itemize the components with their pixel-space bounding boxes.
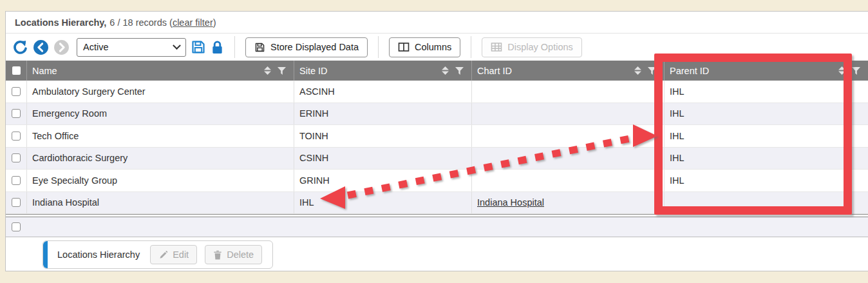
site-id-cell: TOINH bbox=[294, 125, 471, 147]
forward-icon bbox=[53, 39, 70, 55]
chart-id-cell bbox=[471, 103, 664, 125]
sort-icon[interactable] bbox=[264, 66, 271, 75]
sort-icon[interactable] bbox=[442, 66, 449, 75]
table-body: Ambulatory Surgery Center ASCINH IHL Eme… bbox=[6, 81, 868, 214]
column-header-parent-id[interactable]: Parent ID bbox=[664, 61, 868, 81]
row-checkbox-cell bbox=[6, 103, 26, 125]
footer: Locations Hierarchy Edit Delete bbox=[6, 237, 868, 272]
clear-filter-link[interactable]: clear filter bbox=[173, 17, 213, 28]
chart-id-cell bbox=[471, 81, 664, 102]
view-filter-value: Active bbox=[83, 42, 109, 52]
chart-id-cell bbox=[471, 170, 664, 191]
site-id-cell: ASCINH bbox=[294, 81, 471, 102]
filter-icon[interactable] bbox=[278, 67, 286, 75]
sort-icon[interactable] bbox=[634, 66, 641, 75]
name-cell: Ambulatory Surgery Center bbox=[26, 81, 294, 102]
edit-button: Edit bbox=[150, 245, 197, 264]
name-cell: Emergency Room bbox=[26, 103, 294, 125]
table-row[interactable]: Emergency Room ERINH IHL bbox=[6, 103, 868, 126]
table-row[interactable]: Eye Specialty Group GRINH IHL bbox=[6, 170, 868, 192]
parent-id-cell: IHL bbox=[664, 148, 868, 170]
display-options-button: Display Options bbox=[482, 37, 582, 57]
table-row[interactable]: Cardiothoracic Surgery CSINH IHL bbox=[6, 148, 868, 170]
row-checkbox[interactable] bbox=[12, 176, 21, 185]
site-id-cell: CSINH bbox=[294, 148, 471, 170]
filter-row-checkbox[interactable] bbox=[12, 222, 21, 231]
toolbar: Active Store Displayed Data Columns bbox=[6, 34, 868, 61]
row-checkbox-cell bbox=[6, 148, 26, 170]
parent-id-cell: IHL bbox=[664, 81, 868, 102]
edit-label: Edit bbox=[173, 249, 189, 260]
parent-id-cell: IHL bbox=[664, 125, 868, 147]
page-title: Locations Hierarchy, bbox=[15, 17, 106, 28]
name-cell: Eye Specialty Group bbox=[26, 170, 294, 191]
site-id-cell: ERINH bbox=[294, 103, 471, 125]
column-label: Chart ID bbox=[477, 66, 634, 76]
column-label: Parent ID bbox=[670, 66, 838, 76]
display-options-label: Display Options bbox=[507, 42, 573, 52]
parent-id-cell: IHL bbox=[664, 170, 868, 191]
row-checkbox[interactable] bbox=[12, 109, 21, 118]
toolbar-divider bbox=[471, 36, 471, 58]
store-displayed-data-button[interactable]: Store Displayed Data bbox=[245, 37, 368, 57]
column-header-site-id[interactable]: Site ID bbox=[294, 61, 471, 81]
trash-icon bbox=[213, 250, 222, 260]
columns-label: Columns bbox=[415, 42, 451, 52]
columns-icon bbox=[398, 42, 410, 52]
lock-icon[interactable] bbox=[211, 40, 224, 55]
filter-row bbox=[6, 217, 868, 237]
save-view-icon[interactable] bbox=[191, 39, 206, 55]
chevron-down-icon bbox=[173, 41, 181, 50]
delete-label: Delete bbox=[227, 249, 254, 260]
row-checkbox[interactable] bbox=[12, 153, 21, 162]
delete-button: Delete bbox=[205, 245, 262, 264]
name-cell: Tech Office bbox=[26, 125, 294, 147]
selection-action-box: Locations Hierarchy Edit Delete bbox=[42, 240, 273, 269]
app-canvas: Locations Hierarchy, 6 / 18 records (cle… bbox=[0, 0, 868, 283]
select-all-checkbox[interactable] bbox=[12, 66, 21, 75]
record-count-suffix: ) bbox=[213, 17, 216, 28]
sort-icon[interactable] bbox=[838, 66, 845, 75]
title-bar: Locations Hierarchy, 6 / 18 records (cle… bbox=[6, 12, 868, 34]
back-icon[interactable] bbox=[33, 39, 49, 55]
toolbar-divider bbox=[378, 36, 379, 58]
columns-button[interactable]: Columns bbox=[389, 37, 460, 57]
toolbar-divider bbox=[234, 36, 235, 58]
refresh-icon[interactable] bbox=[12, 39, 28, 55]
table-header: Name Site ID Chart ID bbox=[6, 61, 868, 81]
parent-id-cell: IHL bbox=[664, 103, 868, 125]
chart-id-link[interactable]: Indiana Hospital bbox=[477, 197, 544, 208]
column-header-chart-id[interactable]: Chart ID bbox=[471, 61, 664, 81]
row-checkbox-cell bbox=[6, 125, 26, 147]
chart-id-cell bbox=[471, 125, 664, 147]
chart-id-cell: Indiana Hospital bbox=[471, 192, 664, 214]
row-checkbox[interactable] bbox=[12, 132, 21, 141]
chart-id-cell bbox=[471, 148, 664, 170]
column-header-name[interactable]: Name bbox=[26, 61, 294, 81]
row-checkbox-cell bbox=[6, 81, 26, 102]
select-all-cell bbox=[6, 61, 26, 81]
floppy-icon bbox=[254, 42, 265, 53]
filter-icon[interactable] bbox=[852, 67, 860, 75]
site-id-cell: IHL bbox=[294, 192, 471, 214]
table-row[interactable]: Tech Office TOINH IHL bbox=[6, 125, 868, 148]
filter-icon[interactable] bbox=[648, 67, 656, 75]
grid-icon bbox=[491, 42, 502, 52]
table-row[interactable]: Indiana Hospital IHL Indiana Hospital bbox=[6, 192, 868, 215]
table-row[interactable]: Ambulatory Surgery Center ASCINH IHL bbox=[6, 81, 868, 103]
filter-icon[interactable] bbox=[455, 67, 464, 75]
record-count: 6 / 18 records ( bbox=[109, 17, 173, 28]
locations-hierarchy-panel: Locations Hierarchy, 6 / 18 records (cle… bbox=[5, 11, 868, 271]
row-checkbox[interactable] bbox=[12, 87, 21, 96]
site-id-cell: GRINH bbox=[294, 170, 471, 191]
row-checkbox-cell bbox=[6, 170, 26, 191]
pencil-icon bbox=[158, 250, 168, 260]
view-filter-select[interactable]: Active bbox=[77, 38, 186, 57]
name-cell: Cardiothoracic Surgery bbox=[26, 148, 294, 170]
selection-label: Locations Hierarchy bbox=[57, 249, 140, 260]
parent-id-cell bbox=[664, 192, 868, 214]
name-cell: Indiana Hospital bbox=[26, 192, 294, 214]
row-checkbox-cell bbox=[6, 192, 26, 214]
row-checkbox[interactable] bbox=[12, 198, 21, 207]
store-displayed-data-label: Store Displayed Data bbox=[270, 42, 359, 52]
